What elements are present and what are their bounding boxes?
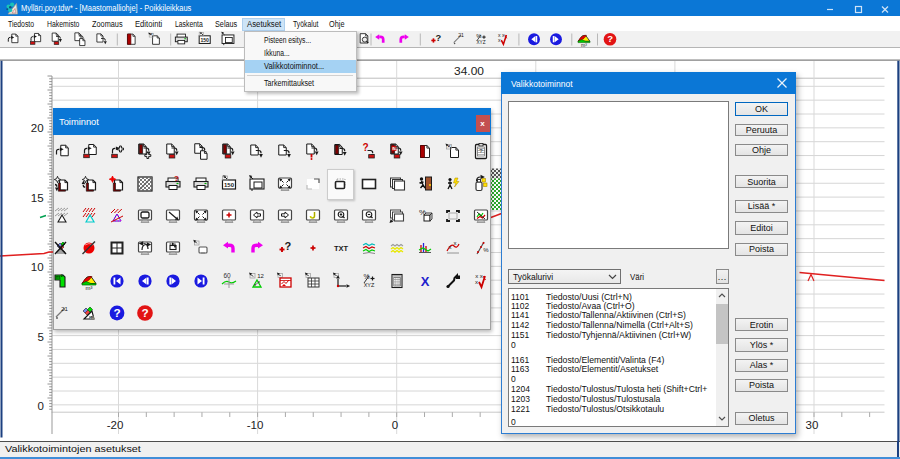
svg-text:m³: m³ — [581, 42, 587, 48]
svg-text:?: ? — [141, 306, 148, 319]
svg-text:m²: m² — [55, 274, 62, 280]
svg-text:?: ? — [174, 174, 179, 183]
svg-text:?: ? — [392, 145, 395, 151]
svg-text:x: x — [475, 279, 478, 285]
svg-text:x: x — [454, 240, 457, 246]
svg-text:?: ? — [607, 33, 613, 44]
svg-text:?: ? — [113, 306, 120, 319]
svg-text:21: 21 — [61, 306, 68, 312]
svg-text:XYZ: XYZ — [476, 40, 485, 45]
svg-text:m³: m³ — [86, 285, 93, 291]
svg-text:12: 12 — [257, 273, 264, 279]
svg-text:?: ? — [284, 240, 291, 252]
svg-text:X: X — [421, 274, 430, 289]
svg-text:TXT: TXT — [334, 244, 349, 253]
svg-text:%: % — [483, 247, 489, 253]
svg-text:21: 21 — [458, 32, 464, 38]
svg-text:10: 10 — [90, 315, 95, 320]
svg-text:?: ? — [436, 33, 442, 43]
svg-text:150: 150 — [224, 182, 235, 188]
svg-text:x: x — [449, 244, 452, 250]
svg-text:60: 60 — [223, 272, 231, 279]
svg-text:150: 150 — [200, 37, 209, 43]
svg-text:XYZ: XYZ — [364, 282, 375, 288]
